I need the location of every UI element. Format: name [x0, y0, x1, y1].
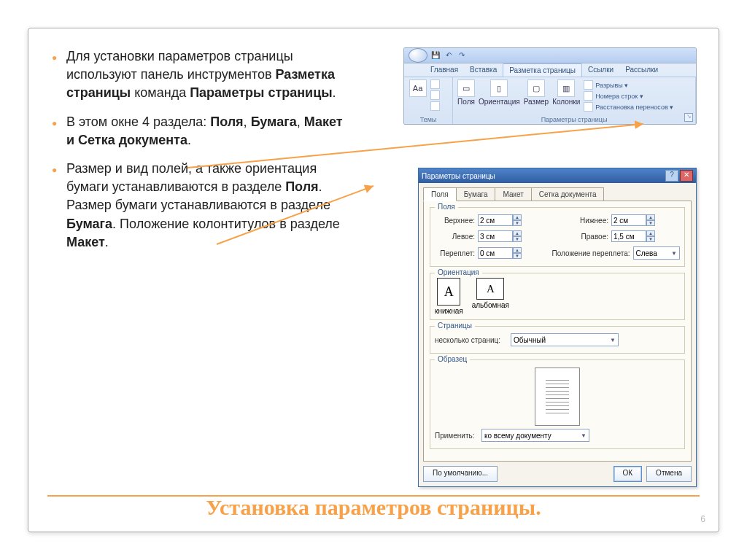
ribbon-tabs: Главная Вставка Разметка страницы Ссылки… — [404, 63, 696, 77]
chevron-down-icon: ▼ — [581, 432, 587, 439]
preview-page — [535, 368, 580, 426]
dialog-tab-paper[interactable]: Бумага — [456, 187, 496, 201]
bullet-2: В этом окне 4 раздела: Поля, Бумага, Мак… — [50, 113, 349, 149]
qat-redo-icon[interactable]: ↷ — [457, 50, 467, 61]
up-icon[interactable]: ▲ — [513, 214, 522, 220]
hyphenation-button[interactable]: Расстановка переносов ▾ — [584, 101, 673, 112]
orientation-label: книжная — [435, 307, 463, 315]
down-icon[interactable]: ▼ — [513, 253, 522, 259]
label-apply: Применить: — [435, 432, 479, 440]
down-icon[interactable]: ▼ — [513, 236, 522, 242]
bullet-3: Размер и вид полей, а также ориентация б… — [50, 160, 349, 252]
office-button[interactable] — [409, 48, 427, 63]
bullet-1: Для установки параметров страницы исполь… — [50, 47, 349, 103]
cancel-button[interactable]: Отмена — [646, 466, 692, 482]
orientation-label: альбомная — [472, 301, 509, 309]
orientation-button[interactable]: ▯Ориентация — [479, 79, 520, 106]
columns-button[interactable]: ▥Колонки — [552, 79, 580, 106]
chevron-down-icon: ▼ — [610, 337, 616, 343]
default-button[interactable]: По умолчанию... — [423, 466, 498, 482]
text-column: Для установки параметров страницы исполь… — [50, 47, 349, 262]
ribbon-tab[interactable]: Главная — [425, 63, 464, 77]
left-margin-input[interactable]: ▲▼ — [478, 230, 522, 242]
up-icon[interactable]: ▲ — [513, 230, 522, 236]
help-button[interactable]: ? — [665, 170, 678, 182]
dialog-launcher-icon[interactable]: ↘ — [684, 113, 693, 122]
down-icon[interactable]: ▼ — [513, 220, 522, 226]
slide-title: Установка параметров страницы. — [28, 491, 719, 527]
down-icon[interactable]: ▼ — [646, 236, 655, 242]
right-margin-input[interactable]: ▲▼ — [611, 230, 655, 242]
up-icon[interactable]: ▲ — [646, 214, 655, 220]
slide: Для установки параметров страницы исполь… — [28, 28, 719, 532]
orientation-group: Ориентация Aкнижная Aальбомная — [430, 273, 685, 320]
breaks-icon — [584, 80, 593, 90]
multipages-select[interactable]: Обычный▼ — [511, 333, 619, 346]
gutter-position-select[interactable]: Слева▼ — [633, 246, 681, 260]
label-gutterpos: Положение переплета: — [550, 249, 630, 257]
down-icon[interactable]: ▼ — [646, 220, 655, 226]
columns-icon: ▥ — [557, 79, 575, 97]
label-right: Правое: — [568, 233, 608, 241]
landscape-option[interactable]: Aальбомная — [472, 278, 509, 315]
themes-icon: Aa — [409, 79, 427, 97]
label-gutter: Переплет: — [435, 249, 475, 257]
margins-button[interactable]: ▭Поля — [457, 79, 475, 106]
preview-group: Образец Применить:ко всему документу▼ — [430, 359, 685, 449]
dialog-title: Параметры страницы — [422, 172, 495, 180]
fields-group: Поля Верхнее:▲▼ Нижнее:▲▼ Левое:▲▼ Право… — [430, 207, 685, 267]
size-button[interactable]: ▢Размер — [524, 79, 549, 106]
label-bottom: Нижнее: — [568, 217, 608, 225]
ribbon-tab[interactable]: Вставка — [464, 63, 503, 77]
ribbon-tab[interactable]: Рассылки — [619, 63, 664, 77]
label-top: Верхнее: — [435, 217, 475, 225]
ok-button[interactable]: ОК — [614, 466, 643, 482]
ribbon-group-label: Темы — [409, 115, 448, 124]
page-setup-dialog: Параметры страницы ? ✕ Поля Бумага Макет… — [418, 168, 697, 487]
margins-icon: ▭ — [457, 79, 475, 97]
dialog-titlebar: Параметры страницы ? ✕ — [419, 168, 696, 183]
ribbon-group-label: Параметры страницы — [457, 115, 691, 124]
group-label: Страницы — [435, 322, 475, 330]
breaks-button[interactable]: Разрывы ▾ — [584, 79, 673, 90]
dialog-tab-fields[interactable]: Поля — [423, 187, 457, 201]
hyphen-icon — [584, 102, 593, 112]
label-left: Левое: — [435, 233, 475, 241]
qat-save-icon[interactable]: 💾 — [430, 50, 441, 61]
top-margin-input[interactable]: ▲▼ — [478, 214, 522, 226]
themes-button[interactable]: Aa Темы — [409, 79, 427, 106]
ribbon-tab[interactable]: Ссылки — [582, 63, 619, 77]
up-icon[interactable]: ▲ — [513, 247, 522, 253]
theme-colors-icon[interactable] — [430, 79, 440, 89]
chevron-down-icon: ▼ — [671, 250, 677, 257]
bottom-margin-input[interactable]: ▲▼ — [611, 214, 655, 226]
ribbon-tab-active[interactable]: Разметка страницы — [503, 63, 582, 77]
lines-icon — [584, 91, 593, 101]
line-numbers-button[interactable]: Номера строк ▾ — [584, 90, 673, 101]
qat-undo-icon[interactable]: ↶ — [444, 50, 454, 61]
close-button[interactable]: ✕ — [680, 170, 693, 182]
page-number: 6 — [700, 514, 705, 524]
label-multipages: несколько страниц: — [435, 336, 508, 344]
up-icon[interactable]: ▲ — [646, 230, 655, 236]
theme-effects-icon[interactable] — [430, 101, 440, 111]
group-label: Поля — [435, 203, 458, 211]
apply-to-select[interactable]: ко всему документу▼ — [481, 429, 589, 442]
group-label: Образец — [435, 355, 470, 363]
dialog-tab-grid[interactable]: Сетка документа — [531, 187, 605, 201]
orientation-icon: ▯ — [490, 79, 508, 97]
dialog-tab-layout[interactable]: Макет — [495, 187, 531, 201]
pages-group: Страницы несколько страниц:Обычный▼ — [430, 326, 685, 354]
portrait-option[interactable]: Aкнижная — [435, 278, 463, 315]
gutter-input[interactable]: ▲▼ — [478, 247, 522, 259]
size-icon: ▢ — [527, 79, 545, 97]
ribbon: 💾 ↶ ↷ Главная Вставка Разметка страницы … — [403, 47, 697, 125]
theme-fonts-icon[interactable] — [430, 90, 440, 100]
group-label: Ориентация — [435, 268, 482, 276]
